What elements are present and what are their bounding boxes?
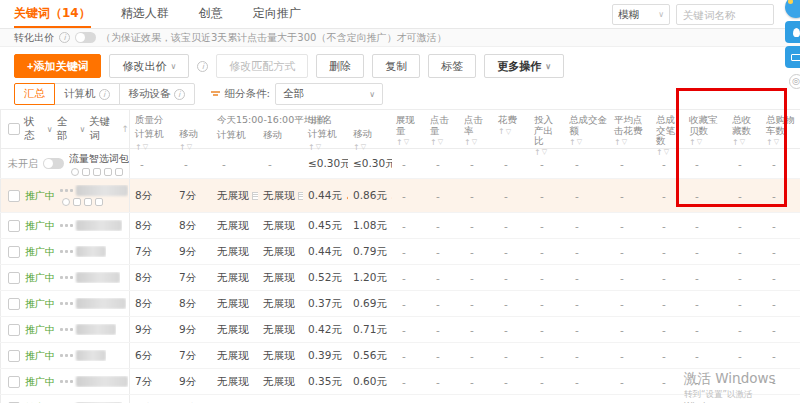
cell-cost: - bbox=[494, 149, 530, 178]
row-left-cell: 未开启流量智选词包i bbox=[0, 149, 130, 178]
cell-cpc: - bbox=[610, 179, 652, 212]
row-checkbox[interactable] bbox=[8, 376, 20, 388]
cell-ctr: - bbox=[460, 317, 494, 342]
trend-icon[interactable] bbox=[104, 168, 112, 176]
tag-button[interactable]: 标签 bbox=[428, 54, 476, 78]
keyword-name-input[interactable] bbox=[676, 4, 774, 25]
column-filter-icon[interactable]: ▽ bbox=[774, 138, 779, 146]
column-filter-icon[interactable]: ▽ bbox=[404, 138, 409, 146]
row-checkbox[interactable] bbox=[8, 350, 20, 362]
sort-asc-icon[interactable]: ↑ bbox=[396, 138, 403, 147]
cell-cart: - bbox=[762, 179, 800, 212]
segment-summary[interactable]: 汇总 bbox=[14, 83, 55, 105]
cell-value: - bbox=[436, 298, 440, 310]
cell-imp: - bbox=[392, 343, 426, 368]
condition-select[interactable]: 全部 ∨ bbox=[275, 83, 383, 105]
column-filter-icon[interactable]: ▽ bbox=[577, 138, 582, 146]
row-checkbox[interactable] bbox=[8, 220, 20, 232]
info-icon[interactable]: i bbox=[197, 61, 208, 72]
cell-value: - bbox=[575, 376, 579, 388]
row-checkbox[interactable] bbox=[8, 246, 20, 258]
cell-orders: - bbox=[652, 265, 685, 290]
tag-dots bbox=[60, 354, 73, 357]
modify-bid-button[interactable]: 修改出价∨ bbox=[109, 54, 189, 78]
sort-asc-icon[interactable]: ↑ bbox=[614, 138, 621, 147]
magnifier-icon[interactable] bbox=[82, 168, 90, 176]
feedback-drop-icon[interactable] bbox=[785, 21, 800, 43]
add-keyword-button[interactable]: +添加关键词 bbox=[14, 54, 101, 78]
cell-value: - bbox=[470, 220, 474, 232]
copy-button[interactable]: 复制 bbox=[372, 54, 420, 78]
sort-asc-icon[interactable]: ↑ bbox=[498, 127, 505, 136]
keyword-search-area: 模糊 ∨ bbox=[612, 4, 774, 25]
column-filter-icon[interactable]: ▽ bbox=[506, 128, 511, 136]
cell-roi: - bbox=[530, 265, 565, 290]
column-filter-icon[interactable]: ▽ bbox=[438, 138, 443, 146]
row-checkbox[interactable] bbox=[8, 272, 20, 284]
column-filter-icon[interactable]: ▽ bbox=[472, 138, 477, 146]
wordpack-toggle[interactable] bbox=[43, 158, 64, 169]
column-filter-icon[interactable]: ▽ bbox=[740, 138, 745, 146]
cell-value: - bbox=[402, 298, 406, 310]
conversion-bid-toggle[interactable] bbox=[75, 32, 96, 43]
segment-computer[interactable]: 计算机i bbox=[54, 83, 120, 105]
tab-targeting[interactable]: 定向推广 bbox=[253, 0, 301, 28]
trend-icon[interactable] bbox=[95, 198, 103, 206]
cell-value: - bbox=[772, 190, 776, 202]
cell-value: 无展现 bbox=[217, 219, 249, 233]
cell-value: - bbox=[470, 324, 474, 336]
column-filter-icon[interactable]: ▽ bbox=[697, 138, 702, 146]
tab-keywords[interactable]: 关键词（14） bbox=[14, 0, 91, 28]
status-badge: 推广中 bbox=[25, 323, 55, 337]
select-all-checkbox[interactable] bbox=[8, 123, 20, 135]
sort-asc-icon[interactable]: ↑ bbox=[732, 138, 739, 147]
cell-rank_mo: 无展现 bbox=[258, 291, 303, 316]
more-actions-button[interactable]: 更多操作∨ bbox=[484, 54, 564, 78]
sort-asc-icon[interactable]: ↑ bbox=[689, 138, 696, 147]
cell-value: - bbox=[738, 298, 742, 310]
row-checkbox[interactable] bbox=[8, 190, 20, 202]
cell-cost: - bbox=[494, 369, 530, 394]
match-mode-select[interactable]: 模糊 ∨ bbox=[612, 4, 670, 25]
bar-chart-icon[interactable] bbox=[93, 168, 101, 176]
column-filter-icon[interactable]: ▽ bbox=[622, 138, 627, 146]
sort-asc-icon[interactable]: ↑ bbox=[121, 124, 129, 134]
cell-value: - bbox=[575, 272, 579, 284]
cell-fav: - bbox=[685, 239, 728, 264]
bar-chart-icon[interactable] bbox=[84, 198, 92, 206]
tab-audience[interactable]: 精选人群 bbox=[121, 0, 169, 28]
row-checkbox[interactable] bbox=[8, 324, 20, 336]
cell-value: 无展现 bbox=[263, 219, 295, 233]
cell-ctr: - bbox=[460, 213, 494, 238]
redacted-keyword bbox=[76, 298, 126, 309]
modify-match-button[interactable]: 修改匹配方式 bbox=[216, 54, 308, 78]
cell-bid_pc: 0.35元 bbox=[303, 369, 348, 394]
delete-button[interactable]: 删除 bbox=[316, 54, 364, 78]
tab-creative[interactable]: 创意 bbox=[199, 0, 223, 28]
customer-service-icon[interactable] bbox=[785, 0, 800, 18]
sort-asc-icon[interactable]: ↑ bbox=[766, 138, 773, 147]
sort-asc-icon[interactable]: ↑ bbox=[569, 138, 576, 147]
cell-imp: - bbox=[392, 369, 426, 394]
sort-asc-icon[interactable]: ↑ bbox=[430, 138, 437, 147]
sort-asc-icon[interactable]: ↑ bbox=[464, 138, 471, 147]
magnifier-icon[interactable] bbox=[73, 198, 81, 206]
trash-icon[interactable] bbox=[115, 168, 123, 176]
cell-orders: - bbox=[652, 291, 685, 316]
keyword-header[interactable]: 关键词 bbox=[89, 115, 117, 143]
cell-roi: - bbox=[530, 239, 565, 264]
cell-rank_mo: 无展现 bbox=[258, 317, 303, 342]
table-header: 状态 ∨ 全部 ∨ 关键词 ↑ 质量分计算机↑▽移动↑▽今天15:00-16:0… bbox=[0, 109, 800, 149]
status-filter-all[interactable]: 全部 bbox=[57, 115, 76, 143]
redacted-keyword bbox=[76, 220, 122, 231]
cell-value: 8分 bbox=[135, 219, 152, 233]
collapse-circle-icon[interactable]: ◎ bbox=[789, 74, 800, 89]
status-header[interactable]: 状态 bbox=[24, 115, 43, 143]
gear-icon[interactable] bbox=[62, 198, 70, 206]
cell-value: - bbox=[575, 324, 579, 336]
info-icon[interactable]: i bbox=[59, 32, 70, 43]
segment-mobile[interactable]: 移动设备i bbox=[119, 83, 195, 105]
gear-icon[interactable] bbox=[71, 168, 79, 176]
row-checkbox[interactable] bbox=[8, 298, 20, 310]
monitor-icon[interactable] bbox=[785, 46, 800, 68]
